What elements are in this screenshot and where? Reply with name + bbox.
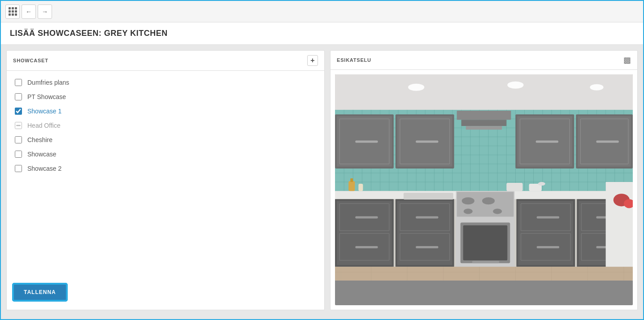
svg-rect-112 (358, 184, 363, 191)
svg-rect-77 (416, 246, 438, 248)
svg-rect-113 (506, 183, 522, 191)
svg-rect-53 (416, 141, 438, 143)
save-button[interactable]: TALLENNA (13, 284, 67, 301)
svg-rect-70 (355, 216, 378, 219)
svg-rect-67 (337, 201, 392, 265)
svg-rect-92 (537, 246, 559, 248)
svg-rect-88 (518, 201, 573, 265)
list-item[interactable]: Head Office (13, 118, 318, 133)
svg-rect-76 (416, 216, 438, 219)
svg-point-84 (482, 197, 495, 204)
showcase1-label: Showcase 1 (27, 108, 61, 115)
preview-header: ESIKATSELU ▩ (331, 51, 637, 70)
kitchen-svg (335, 74, 633, 281)
svg-rect-110 (348, 181, 355, 191)
dumfries-label: Dumfries plans (27, 79, 69, 86)
list-item[interactable]: PT Showcase (13, 90, 318, 104)
page-title-bar: LISÄÄ SHOWCASEEN: GREY KITCHEN (1, 22, 643, 45)
list-item[interactable]: Showcase (13, 147, 318, 161)
svg-rect-54 (457, 111, 511, 120)
svg-rect-64 (596, 141, 619, 143)
showcase1-checkbox[interactable] (15, 108, 22, 115)
head-office-label: Head Office (27, 122, 61, 129)
svg-rect-73 (397, 201, 453, 265)
svg-rect-91 (537, 216, 559, 219)
pt-showcase-label: PT Showcase (27, 93, 66, 100)
left-panel: SHOWCASET + Dumfries plans PT Showcase S… (6, 50, 325, 310)
svg-point-4 (590, 84, 603, 91)
svg-point-2 (408, 84, 424, 91)
svg-rect-49 (355, 141, 378, 143)
svg-point-3 (507, 82, 523, 89)
svg-rect-56 (466, 126, 502, 130)
kitchen-preview (335, 74, 633, 305)
forward-icon: → (42, 8, 48, 15)
back-button[interactable]: ← (22, 4, 36, 19)
monitor-icon: ▩ (623, 55, 631, 65)
cheshire-checkbox[interactable] (15, 136, 22, 143)
showcase2-checkbox[interactable] (15, 165, 22, 172)
list-item[interactable]: Showcase 1 (13, 104, 318, 118)
pt-showcase-checkbox[interactable] (15, 93, 22, 100)
toolbar: ← → (1, 1, 643, 22)
showcaset-header-title: SHOWCASET (13, 58, 48, 63)
showcase2-label: Showcase 2 (27, 165, 61, 172)
showcase-checkbox[interactable] (15, 151, 22, 158)
grid-icon (9, 7, 17, 16)
list-item[interactable]: Dumfries plans (13, 75, 318, 90)
right-panel: ESIKATSELU ▩ (330, 50, 638, 310)
plus-icon: + (310, 56, 314, 65)
svg-point-83 (462, 197, 474, 204)
svg-rect-118 (404, 193, 453, 199)
panel-header: SHOWCASET + (7, 51, 324, 71)
add-showcase-button[interactable]: + (307, 55, 318, 66)
save-area: TALLENNA (7, 277, 324, 310)
svg-rect-81 (472, 261, 499, 263)
dumfries-checkbox[interactable] (15, 79, 22, 86)
svg-rect-111 (350, 178, 353, 182)
checkbox-list: Dumfries plans PT Showcase Showcase 1 He… (7, 71, 324, 277)
svg-rect-100 (335, 267, 633, 281)
grid-view-button[interactable] (5, 4, 20, 19)
svg-rect-55 (461, 120, 507, 126)
page-title: LISÄÄ SHOWCASEEN: GREY KITCHEN (10, 29, 634, 38)
forward-button[interactable]: → (38, 4, 52, 19)
svg-point-115 (538, 182, 545, 186)
main-content: SHOWCASET + Dumfries plans PT Showcase S… (1, 45, 643, 316)
list-item[interactable]: Showcase 2 (13, 161, 318, 176)
showcase-label: Showcase (27, 151, 57, 158)
back-icon: ← (26, 8, 32, 15)
svg-rect-80 (463, 225, 508, 260)
preview-header-title: ESIKATSELU (337, 57, 371, 63)
svg-rect-71 (355, 246, 378, 248)
svg-point-85 (464, 208, 473, 214)
svg-rect-60 (536, 141, 558, 143)
cheshire-label: Cheshire (27, 136, 52, 143)
svg-rect-1 (335, 74, 633, 110)
head-office-checkbox[interactable] (15, 122, 22, 129)
list-item[interactable]: Cheshire (13, 133, 318, 147)
svg-point-86 (493, 208, 502, 214)
